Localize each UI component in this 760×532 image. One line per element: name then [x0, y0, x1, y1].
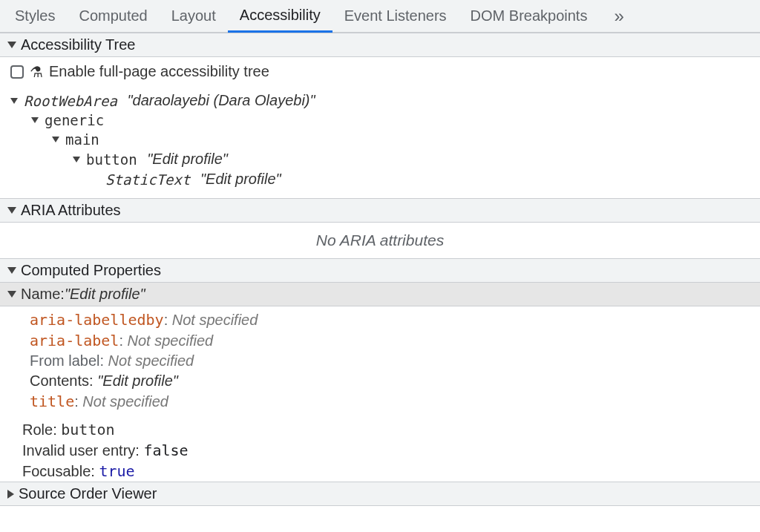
prop-value: Not specified [82, 393, 168, 410]
section-accessibility-tree-header[interactable]: Accessibility Tree [0, 33, 760, 57]
prop-aria-labelledby: aria-labelledby: Not specified [30, 309, 750, 330]
prop-key: From label [30, 352, 99, 369]
prop-key: aria-labelledby [30, 311, 164, 329]
tree-name: "Edit profile" [200, 171, 281, 188]
prop-contents: Contents: "Edit profile" [30, 371, 750, 391]
tree-name: "daraolayebi (Dara Olayebi)" [127, 92, 315, 109]
tree-node-generic[interactable]: generic [10, 111, 750, 130]
chevron-down-icon [73, 157, 80, 162]
prop-value: Not specified [172, 312, 258, 328]
tree-node-main[interactable]: main [10, 130, 750, 149]
disclosure-triangle-icon [7, 490, 14, 499]
computed-name-header[interactable]: Name: "Edit profile" [0, 283, 760, 306]
prop-key: Role [22, 421, 53, 438]
chevron-down-icon [10, 98, 18, 104]
tabs-overflow-button[interactable]: » [605, 6, 632, 27]
prop-value: Not specified [108, 352, 194, 369]
section-title: Source Order Viewer [19, 485, 157, 502]
enable-fullpage-label: Enable full-page accessibility tree [49, 63, 269, 80]
computed-name-sources: aria-labelledby: Not specified aria-labe… [0, 306, 760, 419]
section-source-order-header[interactable]: Source Order Viewer [0, 482, 760, 506]
prop-invalid-user-entry: Invalid user entry: false [22, 440, 760, 461]
prop-role: Role: button [22, 419, 760, 440]
prop-key: aria-label [30, 332, 119, 349]
prop-key: Contents [30, 372, 89, 389]
computed-name-value: "Edit profile" [65, 286, 145, 303]
tree-name: "Edit profile" [147, 151, 228, 168]
tab-styles[interactable]: Styles [3, 0, 67, 33]
prop-value: Not specified [128, 332, 214, 349]
prop-value: button [61, 421, 114, 439]
accessibility-tree-panel: ⚗ Enable full-page accessibility tree Ro… [0, 57, 760, 198]
computed-name-label: Name: [21, 286, 65, 303]
tab-layout[interactable]: Layout [160, 0, 228, 33]
enable-fullpage-checkbox[interactable] [10, 65, 24, 79]
tab-event-listeners[interactable]: Event Listeners [332, 0, 459, 33]
prop-value: "Edit profile" [97, 372, 178, 389]
tree-role: button [86, 151, 137, 168]
prop-title: title: Not specified [30, 391, 750, 412]
section-title: Accessibility Tree [21, 36, 136, 53]
section-computed-header[interactable]: Computed Properties [0, 258, 760, 283]
prop-key: Focusable [22, 463, 91, 479]
tree-node-button[interactable]: button "Edit profile" [10, 149, 750, 169]
tree-role: generic [45, 112, 104, 128]
disclosure-triangle-icon [7, 267, 16, 274]
prop-key: title [30, 393, 74, 410]
disclosure-triangle-icon [7, 291, 16, 298]
prop-focusable: Focusable: true [22, 461, 760, 482]
prop-value: true [99, 462, 134, 480]
section-title: Computed Properties [21, 262, 161, 279]
disclosure-triangle-icon [7, 207, 16, 214]
tree-node-statictext[interactable]: StaticText "Edit profile" [10, 169, 750, 189]
tab-accessibility[interactable]: Accessibility [228, 0, 332, 33]
tree-role: RootWebArea [24, 93, 117, 109]
prop-aria-label: aria-label: Not specified [30, 330, 750, 351]
prop-key: Invalid user entry [22, 442, 135, 459]
chevron-down-icon [31, 117, 39, 123]
section-aria-header[interactable]: ARIA Attributes [0, 198, 760, 223]
tab-dom-breakpoints[interactable]: DOM Breakpoints [459, 0, 600, 33]
tree-role: StaticText [105, 171, 190, 188]
prop-value: false [143, 441, 188, 459]
prop-from-label: From label: Not specified [30, 351, 750, 371]
tree-role: main [65, 131, 99, 148]
computed-other-props: Role: button Invalid user entry: false F… [0, 419, 760, 482]
experiment-flask-icon: ⚗ [30, 65, 43, 79]
chevron-down-icon [52, 137, 59, 142]
aria-empty-message: No ARIA attributes [0, 223, 760, 258]
tree-node-root[interactable]: RootWebArea "daraolayebi (Dara Olayebi)" [10, 91, 750, 111]
disclosure-triangle-icon [7, 42, 16, 48]
devtools-tabs: Styles Computed Layout Accessibility Eve… [0, 0, 760, 33]
section-title: ARIA Attributes [21, 202, 121, 219]
tab-computed[interactable]: Computed [67, 0, 159, 33]
enable-fullpage-row: ⚗ Enable full-page accessibility tree [10, 63, 750, 80]
